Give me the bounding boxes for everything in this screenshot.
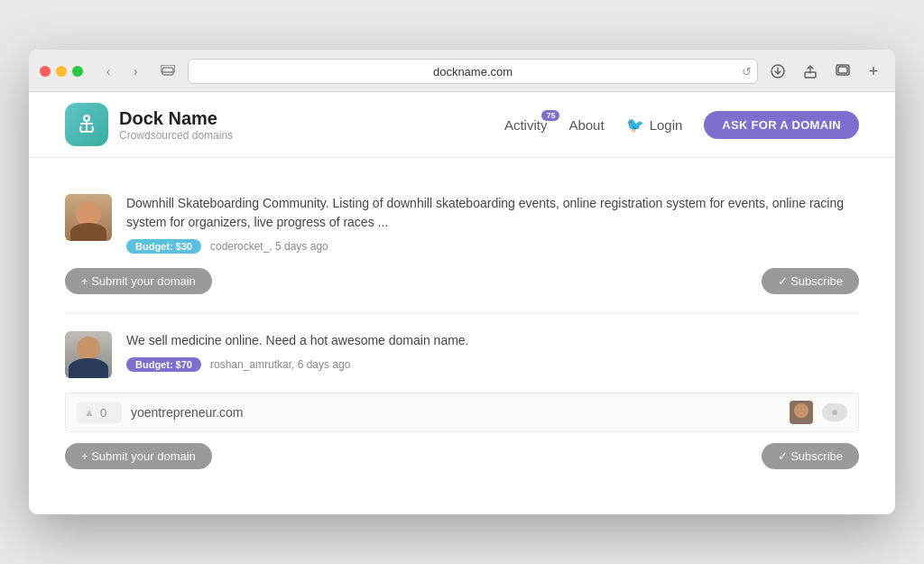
svg-point-6 <box>84 116 89 121</box>
download-icon[interactable] <box>765 60 790 82</box>
logo-area: Dock Name Crowdsourced domains <box>65 103 233 146</box>
address-bar[interactable]: dockname.com ↺ <box>188 59 758 84</box>
submit-domain-button-2[interactable]: + Submit your domain <box>65 443 212 469</box>
main-content: Downhill Skateboarding Community. Listin… <box>29 158 895 514</box>
site-subtitle: Crowdsourced domains <box>119 129 233 142</box>
vote-count-1: 0 <box>100 406 106 420</box>
subscribe-button-2[interactable]: ✓ Subscribe <box>762 443 859 469</box>
close-button[interactable] <box>40 66 51 77</box>
url-text: dockname.com <box>433 65 513 79</box>
svg-rect-5 <box>838 67 847 73</box>
share-icon[interactable] <box>798 60 823 82</box>
new-tab-button[interactable]: + <box>863 60 884 82</box>
domain-row-1: ▲ 0 yoentrepreneur.com <box>65 393 859 432</box>
post-card-2: We sell medicine online. Need a hot awes… <box>65 313 859 487</box>
nav-about[interactable]: About <box>568 117 604 133</box>
nav-links: Activity 75 About 🐦 Login ASK FOR A DOMA… <box>504 111 859 139</box>
comment-indicator-1 <box>822 403 847 421</box>
twitter-icon: 🐦 <box>626 116 644 134</box>
avatar-1 <box>65 194 112 241</box>
tabs-icon[interactable] <box>830 60 855 82</box>
post-header-1: Downhill Skateboarding Community. Listin… <box>65 194 859 254</box>
logo-text: Dock Name Crowdsourced domains <box>119 108 233 142</box>
post-body-1: Downhill Skateboarding Community. Listin… <box>126 194 859 254</box>
submit-domain-button-1[interactable]: + Submit your domain <box>65 268 212 294</box>
avatar-2 <box>65 331 112 378</box>
post-header-2: We sell medicine online. Need a hot awes… <box>65 331 859 378</box>
subscribe-button-1[interactable]: ✓ Subscribe <box>762 268 859 294</box>
logo-icon <box>65 103 108 146</box>
ask-domain-button[interactable]: ASK FOR A DOMAIN <box>704 111 859 139</box>
page-content: Dock Name Crowdsourced domains Activity … <box>29 92 895 514</box>
back-button[interactable]: ‹ <box>96 60 121 82</box>
post-description-1: Downhill Skateboarding Community. Listin… <box>126 194 859 232</box>
post-author-1: coderocket_, 5 days ago <box>210 240 328 253</box>
tab-view-button[interactable] <box>155 60 180 82</box>
vote-up-arrow[interactable]: ▲ <box>84 406 95 419</box>
post-actions-1: + Submit your domain ✓ Subscribe <box>65 268 859 294</box>
post-meta-1: Budget: $30 coderocket_, 5 days ago <box>126 239 859 254</box>
activity-badge: 75 <box>541 110 559 121</box>
site-header: Dock Name Crowdsourced domains Activity … <box>29 92 895 158</box>
nav-login[interactable]: 🐦 Login <box>626 116 683 134</box>
forward-button[interactable]: › <box>123 60 148 82</box>
browser-window: ‹ › dockname.com ↺ <box>29 50 895 514</box>
comment-dot <box>832 410 837 415</box>
traffic-lights <box>40 66 83 77</box>
refresh-button[interactable]: ↺ <box>742 65 752 79</box>
post-description-2: We sell medicine online. Need a hot awes… <box>126 331 859 350</box>
post-actions-2: + Submit your domain ✓ Subscribe <box>65 443 859 469</box>
budget-badge-2: Budget: $70 <box>126 357 201 372</box>
svg-rect-1 <box>162 68 173 75</box>
fullscreen-button[interactable] <box>72 66 83 77</box>
minimize-button[interactable] <box>56 66 67 77</box>
nav-activity[interactable]: Activity 75 <box>504 117 548 133</box>
budget-badge-1: Budget: $30 <box>126 239 201 254</box>
browser-chrome: ‹ › dockname.com ↺ <box>29 50 895 92</box>
post-card-1: Downhill Skateboarding Community. Listin… <box>65 176 859 313</box>
post-meta-2: Budget: $70 roshan_amrutkar, 6 days ago <box>126 357 859 372</box>
domain-name-1: yoentrepreneur.com <box>131 405 781 420</box>
vote-box-1: ▲ 0 <box>77 402 122 423</box>
post-body-2: We sell medicine online. Need a hot awes… <box>126 331 859 372</box>
site-title: Dock Name <box>119 108 233 129</box>
submitter-avatar-1 <box>790 401 813 424</box>
post-author-2: roshan_amrutkar, 6 days ago <box>210 358 350 371</box>
